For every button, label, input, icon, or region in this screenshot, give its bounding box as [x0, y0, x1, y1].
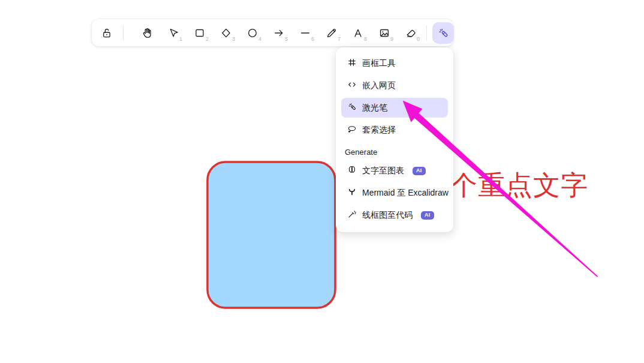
cursor-icon	[167, 27, 179, 39]
menu-item-label: 线框图至代码	[362, 210, 413, 221]
hand-tool-button[interactable]	[137, 23, 157, 43]
diamond-icon	[220, 27, 232, 39]
toolbar: 1 2 3 4 5	[92, 19, 453, 46]
menu-item-label: Mermaid 至 Excalidraw	[362, 188, 449, 199]
shortcut-label: 8	[364, 37, 367, 42]
menu-item-wireframe-to-code[interactable]: 线框图至代码 AI	[341, 205, 448, 225]
line-icon	[299, 27, 311, 39]
pencil-icon	[326, 27, 338, 39]
shortcut-label: 6	[311, 37, 314, 42]
menu-item-label: 嵌入网页	[362, 80, 396, 91]
shortcut-label: 7	[338, 37, 341, 42]
diamond-tool-button[interactable]: 3	[216, 23, 236, 43]
image-tool-button[interactable]: 9	[374, 23, 395, 43]
more-tools-dropdown: 画框工具 嵌入网页 激光笔 套索选择 Generat	[336, 47, 453, 232]
menu-section-generate: Generate	[341, 142, 448, 161]
drawn-text[interactable]: 个重点文字	[450, 170, 588, 201]
shortcut-label: 2	[206, 37, 209, 42]
text-icon	[352, 27, 364, 39]
magic-wand-icon	[347, 209, 357, 221]
menu-item-mermaid-to-excalidraw[interactable]: Mermaid 至 Excalidraw	[341, 183, 448, 203]
shortcut-label: 1	[179, 37, 182, 42]
selection-tool-button[interactable]: 1	[163, 23, 183, 43]
shortcut-label: 3	[232, 37, 235, 42]
lock-icon	[101, 27, 113, 39]
shortcut-label: 9	[390, 37, 393, 42]
menu-item-laser-pointer[interactable]: 激光笔	[341, 98, 448, 118]
menu-item-lasso-select[interactable]: 套索选择	[341, 120, 448, 140]
toolbar-divider	[426, 25, 427, 41]
toolbar-divider	[123, 25, 124, 41]
menu-item-label: 文字至图表	[362, 166, 404, 176]
drawn-rectangle[interactable]	[207, 162, 335, 308]
shortcut-label: 0	[417, 37, 420, 42]
eraser-icon	[405, 27, 417, 39]
brain-icon	[347, 165, 357, 176]
frame-icon	[347, 58, 357, 69]
menu-item-label: 激光笔	[362, 103, 387, 113]
rectangle-tool-button[interactable]: 2	[189, 23, 210, 43]
ai-badge: AI	[413, 167, 426, 175]
menu-item-label: 套索选择	[362, 125, 396, 136]
lock-tool-button[interactable]	[97, 23, 117, 43]
whiteboard-app: { "toolbar": { "shortcuts": { "selection…	[0, 0, 644, 363]
arrow-icon	[273, 27, 285, 39]
image-icon	[378, 27, 390, 39]
draw-tool-button[interactable]: 7	[321, 23, 342, 43]
laser-pointer-icon	[347, 102, 357, 113]
menu-item-frame-tool[interactable]: 画框工具	[341, 53, 448, 73]
ai-badge: AI	[421, 211, 434, 220]
mermaid-icon	[347, 187, 357, 199]
shortcut-label: 4	[258, 37, 261, 42]
shortcut-label: 5	[285, 37, 288, 42]
arrow-tool-button[interactable]: 5	[269, 23, 289, 43]
hand-icon	[141, 27, 153, 39]
text-tool-button[interactable]: 8	[348, 23, 368, 43]
menu-item-label: 画框工具	[362, 58, 396, 69]
rectangle-icon	[194, 27, 206, 39]
eraser-tool-button[interactable]: 0	[401, 23, 421, 43]
more-tools-button[interactable]	[432, 22, 454, 44]
menu-item-embed-web[interactable]: 嵌入网页	[341, 76, 448, 95]
laser-wand-icon	[437, 27, 449, 39]
ellipse-icon	[246, 27, 258, 39]
line-tool-button[interactable]: 6	[295, 23, 315, 43]
ellipse-tool-button[interactable]: 4	[242, 23, 263, 43]
lasso-icon	[347, 124, 357, 136]
embed-icon	[347, 80, 357, 91]
menu-item-text-to-diagram[interactable]: 文字至图表 AI	[341, 161, 448, 181]
